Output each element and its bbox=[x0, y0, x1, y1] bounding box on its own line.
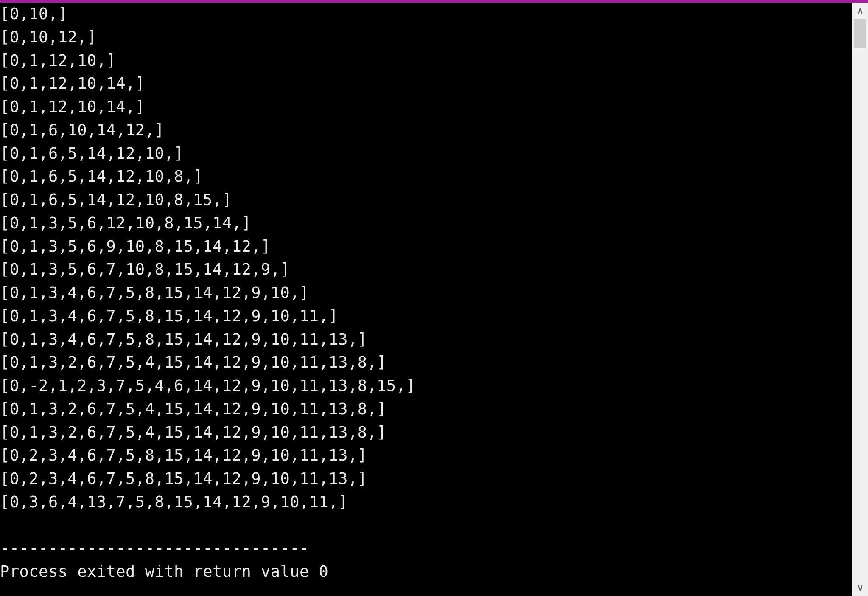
scroll-track[interactable] bbox=[852, 19, 868, 580]
chevron-up-icon: ∧ bbox=[857, 5, 863, 17]
client-area: [0,10,] [0,10,12,] [0,1,12,10,] [0,1,12,… bbox=[0, 3, 868, 596]
chevron-down-icon: ∨ bbox=[857, 582, 863, 594]
console-window: [0,10,] [0,10,12,] [0,1,12,10,] [0,1,12,… bbox=[0, 0, 868, 596]
vertical-scrollbar[interactable]: ∧ ∨ bbox=[852, 3, 868, 596]
scroll-thumb[interactable] bbox=[854, 19, 866, 48]
scroll-down-button[interactable]: ∨ bbox=[852, 580, 868, 596]
console-output[interactable]: [0,10,] [0,10,12,] [0,1,12,10,] [0,1,12,… bbox=[0, 3, 852, 596]
scroll-up-button[interactable]: ∧ bbox=[852, 3, 868, 19]
